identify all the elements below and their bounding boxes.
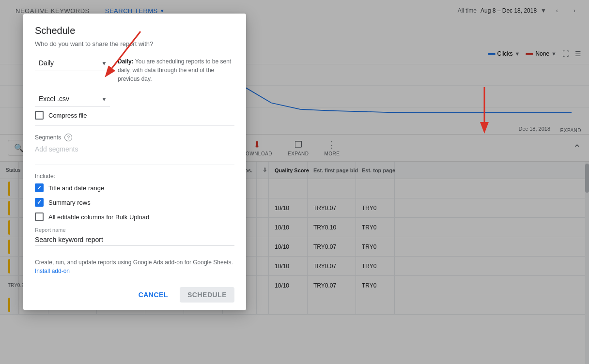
format-row: Excel .csv PDF XML ▼	[35, 91, 234, 107]
checkbox-check-1: ✓	[37, 184, 42, 191]
compress-label: Compress file	[48, 112, 87, 119]
hint-text: You are scheduling reports to be sent da…	[118, 58, 231, 82]
bulk-upload-label: All editable columns for Bulk Upload	[48, 213, 149, 221]
compress-checkbox[interactable]	[35, 111, 44, 120]
divider-2	[35, 250, 234, 250]
title-date-label: Title and date range	[48, 184, 104, 192]
summary-rows-label: Summary rows	[48, 199, 91, 206]
report-name-label: Report name	[35, 227, 234, 233]
segments-help-icon[interactable]: ?	[64, 134, 72, 141]
dialog-actions: CANCEL SCHEDULE	[35, 283, 234, 303]
add-segments-label[interactable]: Add segments	[35, 145, 234, 153]
report-name-input[interactable]	[35, 234, 234, 246]
hint-bold: Daily:	[118, 58, 134, 65]
include-label: Include:	[35, 173, 234, 180]
segments-area: Segments ? Add segments	[35, 134, 234, 165]
cancel-button[interactable]: CANCEL	[131, 287, 176, 303]
dialog-title: Schedule	[35, 25, 234, 36]
frequency-hint: Daily: You are scheduling reports to be …	[118, 55, 234, 83]
report-name-section: Report name	[35, 227, 234, 246]
install-addon-link[interactable]: Install add-on	[35, 268, 70, 274]
checkbox-title-date: ✓ Title and date range	[35, 183, 234, 192]
segments-label: Segments ?	[35, 134, 234, 141]
checkbox-summary-rows: ✓ Summary rows	[35, 198, 234, 207]
format-select[interactable]: Excel .csv PDF XML	[35, 91, 110, 107]
frequency-select[interactable]: Daily Weekly Monthly	[35, 55, 110, 71]
bulk-upload-checkbox[interactable]	[35, 212, 44, 221]
checkbox-check-2: ✓	[37, 199, 42, 206]
format-select-wrapper: Excel .csv PDF XML ▼	[35, 91, 110, 107]
frequency-select-wrapper: Daily Weekly Monthly ▼	[35, 55, 110, 71]
google-sheets-text: Create, run, and update reports using Go…	[35, 258, 234, 275]
schedule-button[interactable]: SCHEDULE	[180, 287, 234, 303]
include-section: Include: ✓ Title and date range ✓ Summar…	[35, 173, 234, 221]
divider-1	[35, 125, 234, 126]
schedule-dialog: Schedule Who do you want to share the re…	[23, 14, 246, 310]
frequency-row: Daily Weekly Monthly ▼ Daily: You are sc…	[35, 55, 234, 83]
compress-row: Compress file	[35, 111, 234, 120]
title-date-checkbox[interactable]: ✓	[35, 183, 44, 192]
checkbox-bulk-upload: All editable columns for Bulk Upload	[35, 212, 234, 221]
summary-rows-checkbox[interactable]: ✓	[35, 198, 44, 207]
dialog-subtitle: Who do you want to share the report with…	[35, 40, 234, 47]
